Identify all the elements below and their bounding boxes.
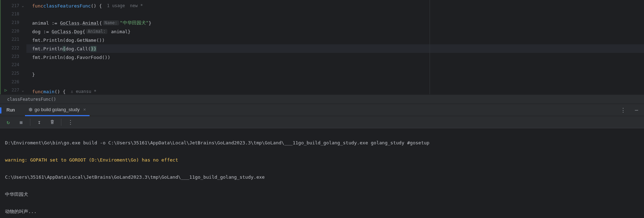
console-output[interactable]: D:\Enviroment\Go\bin\go.exe build -o C:\… [0, 128, 644, 218]
console-line: C:\Users\35161\AppData\Local\JetBrains\G… [5, 173, 639, 182]
inlay-hint: Name: [103, 20, 119, 25]
right-margin-ruler [430, 0, 430, 94]
current-line[interactable]: fmt.Println(dog.Call()) [26, 44, 644, 53]
tab-label: go build golang_study [35, 107, 80, 112]
line-number: 217 [9, 3, 19, 8]
line-number: 225 [9, 71, 19, 76]
line-number: 222 [9, 45, 19, 50]
tool-window-tabbar: Run ⬢ go build golang_study × ⋮ — [0, 104, 644, 116]
close-icon[interactable]: × [83, 107, 86, 112]
line-number: 224 [9, 62, 19, 67]
kebab-icon[interactable]: ⋮ [66, 118, 74, 126]
hide-icon[interactable]: — [633, 106, 640, 114]
author-hint[interactable]: ♙ euansu * [71, 89, 96, 94]
fold-icon[interactable]: ⌄ [21, 88, 25, 92]
usage-hint[interactable]: 1 usage [107, 3, 125, 8]
fold-icon[interactable]: ⌄ [21, 4, 25, 8]
line-number: 226 [9, 79, 19, 84]
console-line: 动物的叫声... [5, 207, 639, 216]
console-line: 中华田园犬 [5, 190, 639, 199]
run-gutter-icon[interactable]: ▷ [5, 88, 7, 93]
line-number: 223 [9, 54, 19, 59]
gutter: 217⌄ 218 219 220 221 222 223 224 225 226… [1, 0, 26, 94]
console-warning-line: warning: GOPATH set to GOROOT (D:\Enviro… [5, 156, 639, 164]
stop-icon[interactable]: ◼ [17, 118, 25, 126]
line-number: 221 [9, 37, 19, 42]
go-icon: ⬢ [29, 107, 32, 112]
line-number: 220 [9, 29, 19, 34]
line-number: 227 [9, 88, 19, 93]
tool-window-title: Run [0, 107, 21, 113]
active-stripe [0, 107, 1, 114]
rerun-icon[interactable]: ↻ [4, 118, 12, 126]
run-config-tab[interactable]: ⬢ go build golang_study × [25, 104, 90, 116]
more-icon[interactable]: ⋮ [619, 106, 627, 114]
line-number: 219 [9, 20, 19, 25]
scroll-to-end-icon[interactable]: ↧ [35, 118, 43, 126]
new-hint: new * [130, 3, 143, 8]
run-toolbar: ↻ ◼ ↧ ⋮ [0, 116, 644, 128]
code-content[interactable]: func classFeaturesFunc() {1 usagenew * a… [26, 0, 644, 94]
run-tool-window: Run ⬢ go build golang_study × ⋮ — ↻ ◼ ↧ … [0, 104, 644, 218]
line-number: 218 [9, 11, 19, 16]
console-line: D:\Enviroment\Go\bin\go.exe build -o C:\… [5, 139, 639, 147]
trash-icon[interactable] [48, 118, 56, 126]
code-editor[interactable]: 217⌄ 218 219 220 221 222 223 224 225 226… [0, 0, 644, 94]
inlay-hint: Animal: [86, 29, 108, 34]
